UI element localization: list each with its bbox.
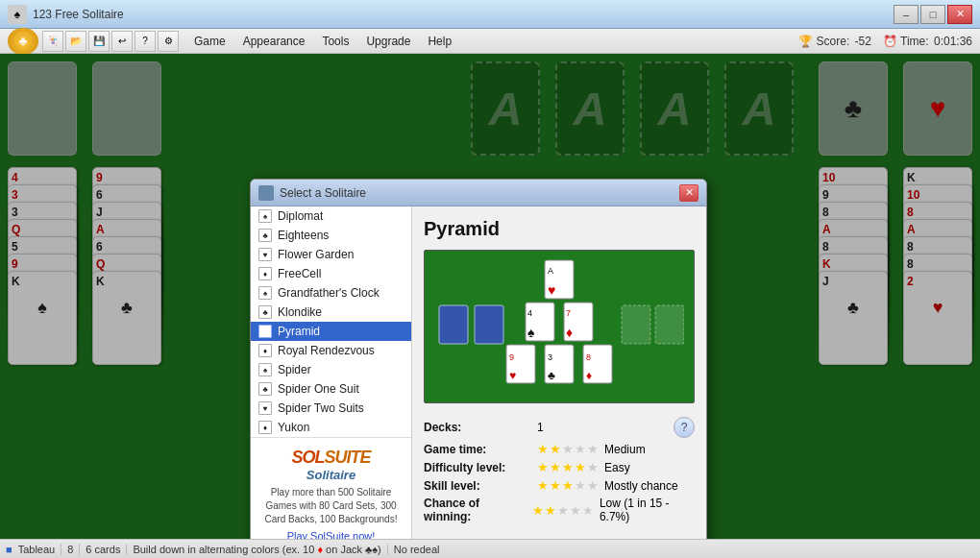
svg-rect-0 (439, 305, 468, 344)
status-cards: 6 cards (86, 544, 120, 555)
toolbar-options[interactable]: ⚙ (158, 31, 179, 52)
game-label-pyramid: Pyramid (278, 325, 320, 338)
maximize-button[interactable]: □ (920, 5, 945, 24)
difficulty-text: Easy (604, 461, 630, 474)
status-divider-1 (61, 544, 61, 555)
menu-appearance[interactable]: Appearance (235, 33, 313, 50)
time-value: 0:01:36 (934, 35, 972, 48)
stats-table: Decks: 1 ? Game time: ★ ★ (424, 417, 695, 523)
dialog-icon (258, 185, 274, 201)
difficulty-stars: ★ ★ ★ ★ ★ (537, 460, 599, 474)
chance-star-1: ★ (532, 503, 544, 518)
game-icon-diplomat: ♠ (258, 209, 272, 223)
skill-star-3: ★ (562, 478, 574, 493)
svg-text:7: 7 (566, 308, 571, 318)
stat-decks-label: Decks: (424, 421, 529, 434)
minimize-button[interactable]: – (894, 5, 919, 24)
stat-difficulty-label: Difficulty level: (424, 461, 529, 474)
svg-text:♠: ♠ (527, 325, 535, 340)
status-icon: ■ (6, 544, 12, 555)
game-item-diplomat[interactable]: ♠ Diplomat (251, 206, 411, 226)
close-button[interactable]: ✕ (947, 5, 972, 24)
game-icon-pyramid: ♥ (258, 325, 272, 338)
game-item-grandfathers-clock[interactable]: ♠ Grandfather's Clock (251, 283, 411, 303)
svg-rect-1 (475, 305, 503, 344)
app-logo: ♣ (8, 28, 38, 55)
stat-decks-value: 1 (537, 421, 544, 434)
ad-sub: Solitaire (262, 468, 400, 482)
game-label-yukon: Yukon (278, 421, 309, 434)
stat-game-time-label: Game time: (424, 443, 529, 456)
toolbar-new[interactable]: 🃏 (42, 31, 63, 52)
status-bar: ■ Tableau 8 6 cards Build down in altern… (0, 539, 980, 558)
game-item-pyramid[interactable]: ♥ Pyramid (251, 322, 411, 341)
game-item-spider-two-suits[interactable]: ♥ Spider Two Suits (251, 399, 411, 418)
game-icon-eighteens: ♣ (258, 229, 272, 242)
pyramid-preview-svg: A ♥ 4 ♠ 7 ♦ 9 ♥ (434, 253, 684, 401)
stat-decks: Decks: 1 ? (424, 417, 695, 438)
svg-text:♦: ♦ (566, 325, 573, 340)
game-icon-freecell: ♦ (258, 267, 272, 280)
chance-text: Low (1 in 15 - 6.7%) (600, 497, 695, 523)
game-item-freecell[interactable]: ♦ FreeCell (251, 264, 411, 283)
menu-items: Game Appearance Tools Upgrade Help (186, 33, 459, 50)
skill-stars: ★ ★ ★ ★ ★ (537, 478, 599, 493)
chance-star-2: ★ (545, 503, 556, 518)
game-label-spider-two-suits: Spider Two Suits (278, 401, 364, 415)
score-label-text: Score: (817, 35, 850, 48)
toolbar-open[interactable]: 📂 (65, 31, 86, 52)
game-detail-title: Pyramid (424, 218, 695, 240)
svg-text:3: 3 (548, 352, 552, 362)
chance-stars: ★ ★ ★ ★ ★ (532, 503, 594, 518)
game-item-eighteens[interactable]: ♣ Eighteens (251, 226, 411, 245)
skill-star-5: ★ (587, 478, 599, 493)
ad-link[interactable]: Play SolSuite now! (287, 530, 376, 539)
game-icon-yukon: ♦ (258, 421, 272, 434)
svg-text:8: 8 (586, 352, 591, 362)
game-label-spider-one-suit: Spider One Suit (278, 382, 359, 396)
status-count: 8 (67, 544, 73, 555)
game-icon-spider-two-suits: ♥ (258, 401, 272, 415)
score-label: 🏆 (798, 35, 816, 48)
title-bar-left: ♠ 123 Free Solitaire (8, 5, 124, 24)
svg-rect-20 (622, 305, 650, 344)
game-area: A A A A ♥ ♣ 4♥ 3♥ 3♠ Q♦ 5♣ 9♥ (0, 54, 980, 539)
diff-star-2: ★ (550, 460, 561, 474)
ad-body: Play more than 500 Solitaire Games with … (262, 486, 400, 526)
game-label-royal-rendezvous: Royal Rendezvous (278, 344, 375, 357)
status-divider-2 (79, 544, 80, 555)
game-icon-spider: ♠ (258, 363, 272, 376)
dialog-close-button[interactable]: ✕ (679, 184, 698, 202)
game-item-yukon[interactable]: ♦ Yukon (251, 418, 411, 437)
toolbar-undo[interactable]: ↩ (111, 31, 133, 52)
toolbar-save[interactable]: 💾 (88, 31, 110, 52)
chance-star-3: ★ (557, 503, 569, 518)
title-bar: ♠ 123 Free Solitaire – □ ✕ (0, 0, 980, 29)
diff-star-4: ★ (575, 460, 586, 474)
svg-text:♣: ♣ (548, 369, 555, 382)
menu-tools[interactable]: Tools (314, 33, 356, 50)
status-desc: Build down in alternating colors (ex. 10… (133, 544, 380, 555)
game-item-flower-garden[interactable]: ♥ Flower Garden (251, 245, 411, 264)
svg-text:♥: ♥ (548, 282, 555, 298)
toolbar-hint[interactable]: ? (135, 31, 156, 52)
help-button[interactable]: ? (674, 417, 695, 438)
dialog-overlay: Select a Solitaire ✕ ♠ Diplomat ♣ Eighte… (0, 54, 980, 539)
menu-help[interactable]: Help (420, 33, 459, 50)
game-detail-panel: Pyramid A (412, 206, 706, 539)
stat-difficulty-value: ★ ★ ★ ★ ★ Easy (537, 460, 630, 474)
game-item-spider-one-suit[interactable]: ♣ Spider One Suit (251, 379, 411, 399)
game-item-klondike[interactable]: ♣ Klondike (251, 303, 411, 322)
game-time-text: Medium (604, 443, 646, 456)
score-section: 🏆 Score: -52 (798, 35, 871, 48)
chance-star-4: ★ (570, 503, 581, 518)
score-value: -52 (855, 35, 871, 48)
game-preview: A ♥ 4 ♠ 7 ♦ 9 ♥ (424, 250, 695, 403)
title-bar-title: 123 Free Solitaire (33, 8, 124, 21)
menu-upgrade[interactable]: Upgrade (358, 33, 418, 50)
game-item-spider[interactable]: ♠ Spider (251, 360, 411, 379)
game-item-royal-rendezvous[interactable]: ♦ Royal Rendezvous (251, 341, 411, 360)
menu-game[interactable]: Game (186, 33, 233, 50)
app-icon: ♠ (8, 5, 27, 24)
stat-skill: Skill level: ★ ★ ★ ★ ★ Mostly chance (424, 478, 695, 493)
